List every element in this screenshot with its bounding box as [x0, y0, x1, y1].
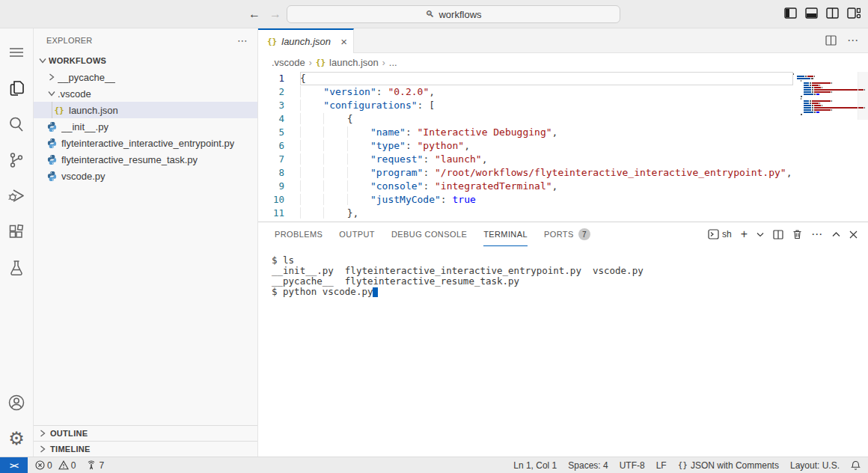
tree-item-label: .vscode [58, 88, 91, 100]
kill-terminal-icon[interactable] [792, 229, 802, 239]
code-line-10[interactable]: 10 "justMyCode": true [258, 193, 868, 207]
status-utf-8[interactable]: UTF-8 [620, 460, 645, 471]
tree-item--init-py[interactable]: __init__.py [34, 118, 257, 135]
code-line-5[interactable]: 5 "name": "Interactive Debugging", [258, 126, 868, 139]
line-number: 6 [258, 139, 300, 153]
command-center-search[interactable]: 🔍︎ workflows [287, 5, 620, 23]
tree-item-launch-json[interactable]: {}launch.json [34, 102, 257, 118]
split-editor-icon[interactable] [826, 7, 839, 19]
status-lf[interactable]: LF [656, 460, 667, 471]
nav-forward-button[interactable]: → [268, 7, 283, 22]
code-line-4[interactable]: 4 { [258, 112, 868, 126]
new-terminal-icon[interactable]: + [741, 228, 748, 241]
panel-more-actions-icon[interactable]: ⋯ [811, 228, 823, 241]
toggle-panel-icon[interactable] [805, 7, 818, 19]
status-spaces-4[interactable]: Spaces: 4 [568, 460, 608, 471]
tree-item-vscode-py[interactable]: vscode.py [34, 168, 257, 184]
python-file-icon [46, 153, 58, 165]
maximize-panel-icon[interactable] [832, 232, 840, 237]
remote-indicator[interactable]: >< [0, 457, 28, 473]
panel-tab-output[interactable]: OUTPUT [339, 222, 375, 246]
tree-item-label: WORKFLOWS [49, 56, 106, 65]
status-json-with-comments[interactable]: {}JSON with Comments [678, 460, 779, 471]
breadcrumb-item[interactable]: ... [389, 57, 397, 68]
settings-gear-icon[interactable]: ⚙ [0, 421, 34, 457]
panel-tab-terminal[interactable]: TERMINAL [483, 222, 528, 246]
menu-icon[interactable] [0, 34, 34, 70]
testing-icon[interactable] [0, 250, 34, 286]
chevron-right-icon [46, 71, 58, 83]
tree-item-flyteinteractive-resume-task-py[interactable]: flyteinteractive_resume_task.py [34, 151, 257, 168]
code-editor[interactable]: 1{2 "version": "0.2.0",3 "configurations… [258, 72, 868, 222]
json-file-icon: {} [316, 58, 326, 67]
editor-more-actions-icon[interactable]: ⋯ [847, 34, 859, 47]
tab-launch-json[interactable]: {} launch.json × [258, 28, 354, 53]
nav-back-button[interactable]: ← [247, 7, 262, 22]
terminal-line: $ ls [272, 255, 868, 266]
extensions-icon[interactable] [0, 214, 34, 250]
tree-item-flyteinteractive-interactive-entrypoint-py[interactable]: flyteinteractive_interactive_entrypoint.… [34, 135, 257, 151]
activity-bar: ⚙ [0, 28, 34, 457]
command-center-text: workflows [438, 9, 481, 20]
chevron-right-icon [37, 427, 49, 439]
customize-layout-icon[interactable] [847, 7, 861, 19]
code-line-8[interactable]: 8 "program": "/root/workflows/flyteinter… [258, 166, 868, 180]
section-outline[interactable]: OUTLINE [34, 425, 257, 441]
terminal-cursor [373, 287, 378, 297]
terminal-output[interactable]: $ ls__init__.py flyteinteractive_interac… [258, 246, 868, 457]
search-icon[interactable] [0, 106, 34, 142]
bottom-panel: PROBLEMSOUTPUTDEBUG CONSOLETERMINALPORTS… [258, 222, 868, 457]
toggle-sidebar-icon[interactable] [784, 7, 797, 19]
tree-item--vscode[interactable]: .vscode [34, 85, 257, 102]
status-ln-1-col-1[interactable]: Ln 1, Col 1 [513, 460, 557, 471]
tree-item--pycache-[interactable]: __pycache__ [34, 69, 257, 85]
close-panel-icon[interactable] [849, 231, 858, 239]
code-line-2[interactable]: 2 "version": "0.2.0", [258, 85, 868, 99]
line-number: 7 [258, 153, 300, 166]
problems-status[interactable]: 0 0 [35, 460, 76, 471]
accounts-icon[interactable] [0, 385, 34, 421]
tree-item-label: flyteinteractive_resume_task.py [61, 154, 198, 165]
breadcrumb: .vscode›{}launch.json›... [258, 53, 868, 72]
terminal-profile[interactable]: sh [708, 229, 732, 239]
editor-scrollbar[interactable] [858, 72, 868, 120]
forwarded-ports-status[interactable]: 7 [86, 460, 104, 471]
tree-root-workflows[interactable]: WORKFLOWS [34, 52, 257, 69]
terminal-line: $ python vscode.py [272, 287, 868, 297]
code-line-1[interactable]: 1{ [258, 72, 868, 85]
code-line-11[interactable]: 11 }, [258, 207, 868, 220]
tree-item-label: vscode.py [61, 171, 106, 182]
source-control-icon[interactable] [0, 142, 34, 178]
line-number: 8 [258, 166, 300, 180]
panel-tab-ports[interactable]: PORTS7 [544, 222, 590, 246]
line-number: 3 [258, 99, 300, 112]
split-editor-icon[interactable] [825, 35, 837, 46]
split-terminal-icon[interactable] [773, 230, 783, 239]
line-number: 9 [258, 180, 300, 193]
panel-tab-debug-console[interactable]: DEBUG CONSOLE [391, 222, 467, 246]
code-line-3[interactable]: 3 "configurations": [ [258, 99, 868, 112]
chevron-right-icon [37, 443, 49, 455]
breadcrumb-item[interactable]: .vscode [272, 57, 305, 68]
indent-guide [52, 102, 52, 118]
explorer-sidebar: EXPLORER ⋯ WORKFLOWS__pycache__.vscode{}… [34, 28, 258, 457]
breadcrumb-item[interactable]: launch.json [329, 57, 379, 68]
explorer-icon[interactable] [0, 70, 34, 106]
section-timeline[interactable]: TIMELINE [34, 441, 257, 457]
run-debug-icon[interactable] [0, 178, 34, 214]
code-line-7[interactable]: 7 "request": "launch", [258, 153, 868, 166]
terminal-dropdown-icon[interactable] [757, 232, 764, 237]
panel-tab-problems[interactable]: PROBLEMS [275, 222, 323, 246]
tab-close-icon[interactable]: × [340, 35, 347, 48]
tree-item-label: __pycache__ [58, 72, 115, 83]
status-bar: >< 0 0 7 Ln 1, Col 1Spaces: 4UTF-8LF{}JS… [0, 457, 868, 473]
notifications-bell-icon[interactable] [851, 460, 861, 471]
code-line-6[interactable]: 6 "type": "python", [258, 139, 868, 153]
line-number: 2 [258, 85, 300, 99]
line-number: 4 [258, 112, 300, 126]
minimap[interactable] [793, 73, 858, 116]
sidebar-more-actions-icon[interactable]: ⋯ [237, 34, 248, 46]
status-layout-u-s-[interactable]: Layout: U.S. [790, 460, 840, 471]
line-number: 10 [258, 193, 300, 207]
code-line-9[interactable]: 9 "console": "integratedTerminal", [258, 180, 868, 193]
